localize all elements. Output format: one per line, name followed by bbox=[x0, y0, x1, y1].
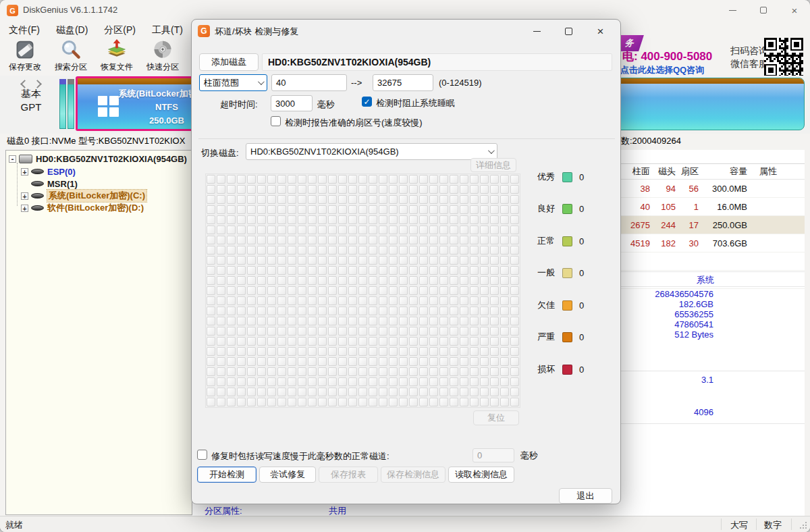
grid-cell bbox=[439, 246, 448, 255]
switch-disk-combo[interactable]: HD0:KBG50ZNV1T02KIOXIA(954GB) bbox=[246, 143, 497, 160]
grid-cell bbox=[500, 367, 509, 376]
range-mode-combo[interactable]: 柱面范围 bbox=[199, 74, 267, 91]
table-row-selected[interactable]: 2675 244 17 250.0GB bbox=[621, 216, 805, 234]
tree-item-disk-hd0[interactable]: - HD0:KBG50ZNV1T02KIOXIA(954GB) bbox=[9, 153, 187, 165]
minimize-button[interactable] bbox=[717, 0, 748, 20]
tree-item-esp[interactable]: + ESP(0) bbox=[21, 165, 76, 178]
grid-cell bbox=[419, 317, 428, 325]
dialog-minimize-button[interactable] bbox=[521, 20, 553, 42]
expand-icon[interactable]: + bbox=[21, 168, 28, 176]
report-sector-checkbox[interactable] bbox=[271, 116, 281, 126]
range-from-input[interactable]: 40 bbox=[271, 74, 347, 91]
grid-cell bbox=[247, 185, 256, 194]
qq-support-link[interactable]: 点击此处选择QQ咨询 bbox=[620, 64, 704, 76]
grid-cell bbox=[460, 307, 468, 315]
section-title: 系统 bbox=[665, 274, 746, 286]
dialog-titlebar[interactable]: G 坏道/坏块 检测与修复 × bbox=[192, 20, 620, 43]
table-row[interactable]: 38 94 56 300.0MB bbox=[621, 180, 805, 198]
grid-cell bbox=[460, 327, 468, 336]
tree-item-msr[interactable]: MSR(1) bbox=[21, 178, 78, 190]
range-to-input[interactable]: 32675 bbox=[373, 74, 433, 91]
resize-grip[interactable] bbox=[799, 521, 807, 529]
grid-cell bbox=[267, 276, 276, 285]
recover-files-button[interactable]: 恢复文件 bbox=[94, 39, 139, 74]
partition-table: 柱面 磁头 扇区 容量 属性 38 94 56 300.0MB 40 105 1… bbox=[621, 163, 805, 289]
quick-partition-button[interactable]: 快速分区 bbox=[140, 39, 185, 74]
grid-cell bbox=[510, 266, 519, 275]
grid-cell bbox=[450, 286, 458, 295]
grid-cell bbox=[308, 307, 317, 315]
grid-cell bbox=[267, 357, 276, 366]
maximize-button[interactable] bbox=[748, 0, 779, 20]
col-attr[interactable]: 属性 bbox=[751, 165, 786, 178]
grid-cell bbox=[227, 286, 236, 295]
dialog-maximize-button[interactable] bbox=[553, 20, 585, 42]
grid-cell bbox=[450, 317, 458, 325]
table-row[interactable]: 4519 182 30 703.6GB bbox=[621, 234, 805, 252]
grid-cell bbox=[217, 377, 225, 386]
legend-poor: 欠佳 0 bbox=[537, 299, 584, 311]
timeout-input[interactable]: 3000 bbox=[271, 95, 313, 111]
grid-cell bbox=[267, 225, 276, 234]
grid-cell bbox=[298, 175, 306, 184]
close-button[interactable]: × bbox=[779, 0, 810, 20]
main-titlebar[interactable]: G DiskGenius V6.1.1.1742 × bbox=[0, 0, 810, 20]
col-cylinder[interactable]: 柱面 bbox=[621, 165, 653, 178]
table-row[interactable]: 40 105 1 16.0MB bbox=[621, 198, 805, 216]
grid-cell bbox=[338, 246, 347, 255]
grid-cell bbox=[439, 256, 448, 265]
tree-item-system-c[interactable]: + 系统(BitLocker加密)(C:) bbox=[21, 190, 146, 202]
try-repair-button[interactable]: 尝试修复 bbox=[259, 467, 316, 483]
menu-partition[interactable]: 分区(P) bbox=[97, 22, 143, 38]
dialog-close-button[interactable]: × bbox=[585, 20, 616, 42]
repair-slow-checkbox[interactable] bbox=[197, 450, 207, 460]
grid-cell bbox=[500, 276, 509, 285]
col-capacity[interactable]: 容量 bbox=[702, 165, 751, 178]
grid-cell bbox=[217, 236, 225, 244]
prevent-sleep-checkbox[interactable]: ✓ bbox=[362, 97, 372, 107]
grid-cell bbox=[480, 337, 489, 346]
search-partition-button[interactable]: 搜索分区 bbox=[49, 39, 93, 74]
col-head[interactable]: 磁头 bbox=[653, 165, 679, 178]
exit-button[interactable]: 退出 bbox=[559, 488, 612, 504]
grid-cell bbox=[490, 398, 499, 406]
load-scan-info-button[interactable]: 读取检测信息 bbox=[448, 467, 514, 483]
grid-cell bbox=[358, 296, 367, 305]
menu-file[interactable]: 文件(F) bbox=[1, 22, 47, 38]
partition-block-msr[interactable] bbox=[68, 79, 74, 129]
grid-cell bbox=[277, 286, 286, 295]
add-disk-button[interactable]: 添加磁盘 bbox=[199, 53, 259, 71]
grid-cell bbox=[338, 357, 347, 366]
grid-cell bbox=[247, 175, 256, 184]
grid-cell bbox=[247, 337, 256, 346]
collapse-icon[interactable]: - bbox=[9, 155, 16, 163]
grid-cell bbox=[338, 347, 347, 356]
grid-cell bbox=[379, 388, 387, 396]
range-arrow: --> bbox=[351, 78, 362, 88]
partition-block-esp[interactable] bbox=[59, 79, 66, 129]
grid-cell bbox=[308, 256, 317, 265]
grid-cell bbox=[217, 388, 225, 396]
grid-cell bbox=[308, 388, 317, 396]
grid-cell bbox=[247, 377, 256, 386]
expand-icon[interactable]: + bbox=[21, 192, 28, 200]
grid-cell bbox=[318, 388, 327, 396]
grid-cell bbox=[450, 327, 458, 336]
grid-cell bbox=[318, 307, 327, 315]
grid-cell bbox=[399, 296, 408, 305]
tree-item-software-d[interactable]: + 软件(BitLocker加密)(D:) bbox=[21, 202, 144, 214]
grid-cell bbox=[460, 175, 468, 184]
menu-tools[interactable]: 工具(T) bbox=[144, 22, 190, 38]
grid-cell bbox=[318, 327, 327, 336]
col-sector[interactable]: 扇区 bbox=[679, 165, 702, 178]
grid-cell bbox=[429, 175, 438, 184]
start-scan-button[interactable]: 开始检测 bbox=[197, 467, 256, 483]
grid-cell bbox=[328, 236, 337, 244]
grid-cell bbox=[409, 357, 418, 366]
grid-cell bbox=[348, 337, 357, 346]
grid-cell bbox=[460, 367, 468, 376]
expand-icon[interactable]: + bbox=[21, 205, 28, 212]
menu-disk[interactable]: 磁盘(D) bbox=[49, 22, 95, 38]
grid-cell bbox=[277, 388, 286, 396]
save-changes-button[interactable]: 保存更改 bbox=[3, 39, 47, 74]
